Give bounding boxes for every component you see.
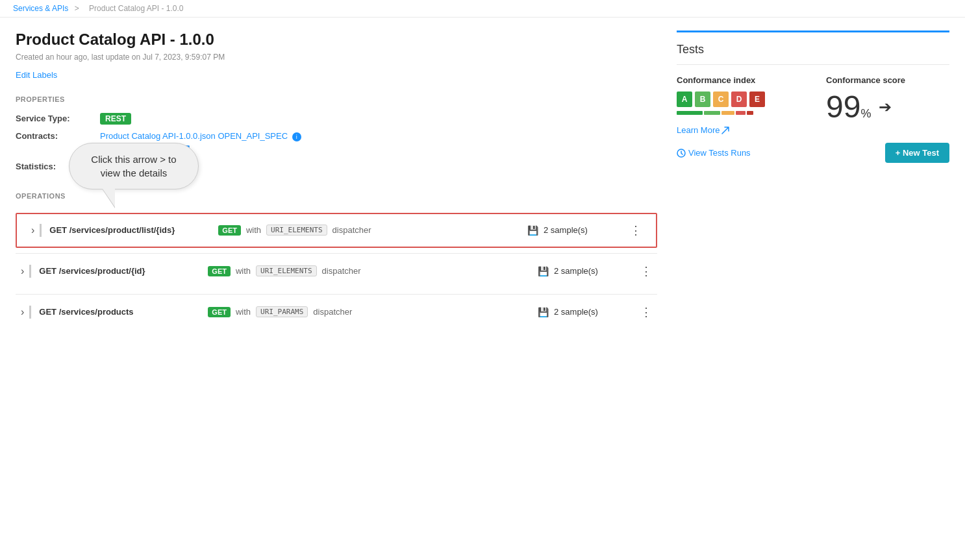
- operation-row-1: Click this arrow > to view the details ›…: [16, 213, 657, 248]
- operation-1-dispatcher: URI_ELEMENTS: [266, 225, 327, 236]
- info-icon: i: [292, 132, 301, 141]
- operation-2-dispatcher: URI_ELEMENTS: [256, 265, 316, 276]
- operation-3-menu-btn[interactable]: ⋮: [635, 305, 657, 319]
- learn-more-link[interactable]: Learn More: [677, 125, 729, 135]
- service-type-row: Service Type: REST: [16, 114, 657, 123]
- operation-1-samples: 2 sample(s): [544, 225, 588, 235]
- grade-e-box: E: [749, 91, 765, 107]
- operation-3-name: GET /services/products: [39, 307, 169, 317]
- operation-row-2: › GET /services/product/{id} GET with UR…: [16, 253, 657, 289]
- main-content: Product Catalog API - 1.0.0 Created an h…: [0, 18, 965, 343]
- breadcrumb-separator: >: [75, 4, 79, 13]
- bar-d: [736, 111, 746, 115]
- view-tests-link[interactable]: View Tests Runs: [677, 148, 751, 158]
- operation-1-dispatcher-text: dispatcher: [332, 225, 371, 235]
- operation-3-samples: 2 sample(s): [554, 307, 598, 317]
- properties-title: PROPERTIES: [16, 95, 657, 103]
- operation-3-with: with: [236, 307, 251, 317]
- contract-link[interactable]: Product Catalog API-1.0.0.json OPEN_API_…: [100, 131, 288, 141]
- operation-2-chevron[interactable]: ›: [16, 265, 29, 277]
- service-type-value: REST: [100, 114, 657, 123]
- grade-d-box: D: [731, 91, 747, 107]
- contracts-label: Contracts:: [16, 131, 100, 141]
- edit-labels-link[interactable]: Edit Labels: [16, 70, 57, 80]
- operation-1-right: 💾 2 sample(s): [527, 225, 625, 236]
- score-arrow-icon: ➔: [879, 98, 892, 116]
- operation-3-dispatcher-text: dispatcher: [313, 307, 352, 317]
- conformance-index-section: Conformance index A B C D E: [677, 75, 800, 135]
- bar-b: [704, 111, 720, 115]
- grade-a-box: A: [677, 91, 692, 107]
- conformance-row: Conformance index A B C D E: [677, 75, 949, 135]
- operation-1-method: GET: [218, 225, 241, 236]
- breadcrumb: Services & APIs > Product Catalog API - …: [0, 0, 965, 18]
- operation-2-with: with: [236, 266, 251, 276]
- operation-2-name: GET /services/product/{id}: [39, 266, 169, 276]
- bar-e: [747, 111, 753, 115]
- operation-left-border: [40, 224, 42, 237]
- operation-2-dispatcher-text: dispatcher: [322, 266, 361, 276]
- learn-more-external-icon: [721, 127, 729, 134]
- operation-2-samples: 2 sample(s): [554, 266, 598, 276]
- grade-c-box: C: [713, 91, 729, 107]
- operation-1-chevron[interactable]: ›: [26, 225, 40, 236]
- operations-section: OPERATIONS Click this arrow > to view th…: [16, 192, 657, 330]
- operation-2-left-border: [29, 265, 31, 278]
- conformance-index-label: Conformance index: [677, 75, 800, 85]
- grade-bar-track: [677, 111, 800, 115]
- conformance-score-label: Conformance score: [826, 75, 949, 85]
- grade-b-box: B: [695, 91, 710, 107]
- operation-1-menu-btn[interactable]: ⋮: [625, 223, 647, 237]
- breadcrumb-parent-link[interactable]: Services & APIs: [13, 4, 68, 13]
- samples-icon-1: 💾: [527, 225, 538, 236]
- operation-3-right: 💾 2 sample(s): [538, 307, 635, 317]
- operation-row-3: › GET /services/products GET with URI_PA…: [16, 294, 657, 330]
- bar-a: [677, 111, 703, 115]
- score-number: 99: [826, 90, 860, 124]
- right-panel: Tests Conformance index A B C D E: [677, 30, 949, 330]
- operation-3-dispatcher: URI_PARAMS: [256, 306, 308, 317]
- score-value-display: 99%: [826, 91, 871, 123]
- left-panel: Product Catalog API - 1.0.0 Created an h…: [16, 30, 657, 330]
- operation-3-method: GET: [208, 307, 231, 317]
- score-display: 99% ➔: [826, 91, 949, 123]
- page-title: Product Catalog API - 1.0.0: [16, 30, 657, 49]
- samples-icon-3: 💾: [538, 307, 549, 317]
- operation-3-left-border: [29, 306, 31, 319]
- operation-2-right: 💾 2 sample(s): [538, 266, 635, 276]
- operation-1-middle: GET with URI_ELEMENTS dispatcher: [218, 225, 527, 236]
- operation-2-method: GET: [208, 266, 231, 276]
- tests-panel: Tests Conformance index A B C D E: [677, 30, 949, 163]
- conformance-score-section: Conformance score 99% ➔: [826, 75, 949, 123]
- new-test-button[interactable]: + New Test: [885, 143, 949, 163]
- operation-1-name: GET /services/product/list/{ids}: [49, 225, 179, 235]
- samples-icon-2: 💾: [538, 266, 549, 276]
- bar-c: [721, 111, 734, 115]
- score-percent: %: [860, 107, 871, 120]
- operation-3-middle: GET with URI_PARAMS dispatcher: [208, 306, 538, 317]
- page-subtitle: Created an hour ago, last update on Jul …: [16, 53, 657, 62]
- tests-title: Tests: [677, 43, 949, 65]
- tooltip-balloon: Click this arrow > to view the details: [69, 143, 199, 189]
- grade-bar: A B C D E: [677, 91, 800, 107]
- operation-2-middle: GET with URI_ELEMENTS dispatcher: [208, 265, 538, 276]
- operation-1-with: with: [246, 225, 261, 235]
- rest-badge: REST: [100, 113, 131, 125]
- breadcrumb-current: Product Catalog API - 1.0.0: [89, 4, 183, 13]
- operation-3-chevron[interactable]: ›: [16, 306, 29, 318]
- clock-icon: [677, 149, 686, 158]
- operation-2-menu-btn[interactable]: ⋮: [635, 264, 657, 278]
- service-type-label: Service Type:: [16, 114, 100, 123]
- tests-actions: View Tests Runs + New Test: [677, 143, 949, 163]
